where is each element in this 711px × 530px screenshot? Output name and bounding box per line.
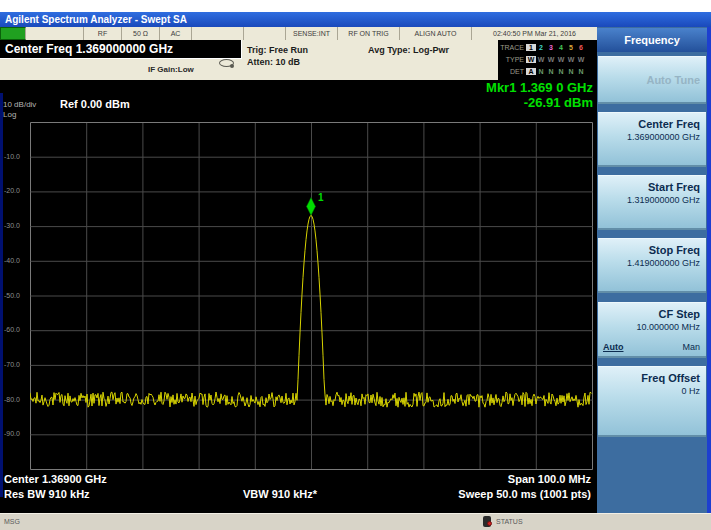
window-title-bar: Agilent Spectrum Analyzer - Swept SA [0, 12, 711, 27]
screenshot-root: Agilent Spectrum Analyzer - Swept SA RF … [0, 0, 711, 530]
status-sense: SENSE:INT [286, 27, 338, 40]
softkey-auto-tune-label: Auto Tune [646, 74, 700, 86]
screen-left-edge [0, 93, 3, 497]
marker-amplitude: -26.91 dBm [524, 95, 593, 110]
atten-label: Atten: 10 dB [247, 57, 300, 67]
trig-label: Trig: Free Run [247, 45, 308, 55]
marker-freq: Mkr1 1.369 0 GHz [486, 80, 593, 95]
softkey-cf-step-man[interactable]: Man [682, 342, 700, 352]
trace-cell: 6 [576, 44, 586, 51]
status-rf: RF [84, 27, 122, 40]
speaker-icon [219, 59, 234, 67]
trace-number-row: TRACE123456 [498, 42, 595, 53]
status-align: ALIGN AUTO [400, 27, 472, 40]
softkey-freq-offset-value: 0 Hz [681, 386, 700, 396]
softkey-cf-step-auto[interactable]: Auto [603, 342, 624, 352]
footer-sweep: Sweep 50.0 ms (1001 pts) [458, 488, 591, 500]
spectrum-plot: 1 [30, 122, 593, 470]
instrument-body: RF 50 Ω AC SENSE:INT RF ON TRIG ALIGN AU… [0, 27, 711, 513]
ref-level-label: Ref 0.00 dBm [60, 98, 130, 110]
softkey-center-freq-value: 1.369000000 GHz [627, 132, 700, 142]
trace-cell: W [566, 56, 576, 63]
y-axis-tick-label: -10.0 [4, 153, 30, 160]
analyzer-screen: RF 50 Ω AC SENSE:INT RF ON TRIG ALIGN AU… [0, 27, 597, 513]
trace-row-label: DET [498, 68, 526, 75]
softkey-freq-offset[interactable]: Freq Offset 0 Hz [598, 366, 706, 437]
trace-type-row: TYPEWWWWWW [498, 54, 595, 65]
measurement-bar: Center Freq 1.369000000 GHz IF Gain:Low … [0, 40, 500, 80]
y-axis-tick-label: -70.0 [4, 361, 30, 368]
window-title: Agilent Spectrum Analyzer - Swept SA [5, 14, 187, 25]
trace-cell: N [566, 68, 576, 75]
softkey-cf-step-value: 10.000000 MHz [636, 322, 700, 332]
if-gain-label: IF Gain:Low [148, 65, 194, 74]
footer-rbw: Res BW 910 kHz [4, 488, 90, 500]
y-axis-tick-label: -20.0 [4, 187, 30, 194]
trace-cell: W [556, 56, 566, 63]
trace-det-row: DETANNNNN [498, 66, 595, 77]
y-axis-tick-label: -40.0 [4, 257, 30, 264]
footer-center-freq: Center 1.36900 GHz [4, 473, 107, 485]
avg-type-label: Avg Type: Log-Pwr [368, 45, 449, 55]
lxi-indicator [0, 27, 26, 40]
status-blank-3 [244, 27, 286, 40]
y-axis-tick-label: -60.0 [4, 326, 30, 333]
softkey-cf-step-label: CF Step [658, 308, 700, 320]
trace-cell: 5 [566, 44, 576, 51]
status-coupling: AC [160, 27, 192, 40]
softkey-freq-offset-label: Freq Offset [641, 372, 700, 384]
softkey-stop-freq[interactable]: Stop Freq 1.419000000 GHz [598, 238, 706, 293]
status-label: STATUS [496, 518, 523, 525]
log-scale-label: Log [3, 110, 16, 119]
status-blank-2 [192, 27, 244, 40]
trace-cell: 3 [546, 44, 556, 51]
footer-span: Span 100.0 MHz [508, 473, 591, 485]
status-strip: RF 50 Ω AC SENSE:INT RF ON TRIG ALIGN AU… [0, 27, 597, 40]
trace-cell: 1 [526, 44, 536, 51]
msg-label: MSG [4, 518, 20, 525]
svg-text:1: 1 [318, 192, 324, 203]
trace-cell: W [546, 56, 556, 63]
softkey-stop-freq-label: Stop Freq [649, 244, 700, 256]
sidebar-right-border [707, 27, 711, 513]
y-axis-tick-label: -90.0 [4, 430, 30, 437]
status-blank-1 [26, 27, 84, 40]
softkey-cf-step[interactable]: CF Step 10.000000 MHz Auto Man [598, 302, 706, 358]
y-axis-tick-label: -50.0 [4, 292, 30, 299]
softkey-start-freq[interactable]: Start Freq 1.319000000 GHz [598, 175, 706, 230]
softkey-start-freq-label: Start Freq [648, 181, 700, 193]
footer-vbw: VBW 910 kHz* [243, 488, 317, 500]
trace-indicator-block: TRACE123456 TYPEWWWWWW DETANNNNN [498, 40, 595, 80]
status-alert-icon [483, 516, 493, 527]
trace-cell: W [526, 56, 536, 63]
softkey-center-freq-label: Center Freq [638, 118, 700, 130]
softkey-sidebar: Frequency Auto Tune Center Freq 1.369000… [597, 27, 707, 513]
trace-cell: W [576, 56, 586, 63]
trace-cell: 4 [556, 44, 566, 51]
trace-cell: N [576, 68, 586, 75]
trace-cell: W [536, 56, 546, 63]
status-impedance: 50 Ω [122, 27, 160, 40]
softkey-start-freq-value: 1.319000000 GHz [627, 195, 700, 205]
menu-title: Frequency [597, 28, 707, 52]
trace-cell: N [556, 68, 566, 75]
marker-readout: Mkr1 1.369 0 GHz-26.91 dBm [486, 80, 593, 110]
trace-cell: 2 [536, 44, 546, 51]
status-rf-on: RF ON TRIG [338, 27, 400, 40]
softkey-auto-tune[interactable]: Auto Tune [598, 56, 706, 104]
trace-row-label: TYPE [498, 56, 526, 63]
active-function-banner: Center Freq 1.369000000 GHz [0, 40, 242, 59]
trace-cell: A [526, 68, 536, 75]
bottom-taskbar: MSG STATUS [0, 513, 711, 530]
y-axis-tick-label: -80.0 [4, 396, 30, 403]
y-axis-tick-label: -30.0 [4, 222, 30, 229]
trace-row-label: TRACE [498, 44, 526, 51]
softkey-center-freq[interactable]: Center Freq 1.369000000 GHz [598, 112, 706, 167]
trace-cell: N [536, 68, 546, 75]
status-datetime: 02:40:50 PM Mar 21, 2016 [472, 27, 597, 40]
softkey-stop-freq-value: 1.419000000 GHz [627, 258, 700, 268]
trace-cell: N [546, 68, 556, 75]
scale-per-div-label: 10 dB/div [3, 100, 36, 109]
